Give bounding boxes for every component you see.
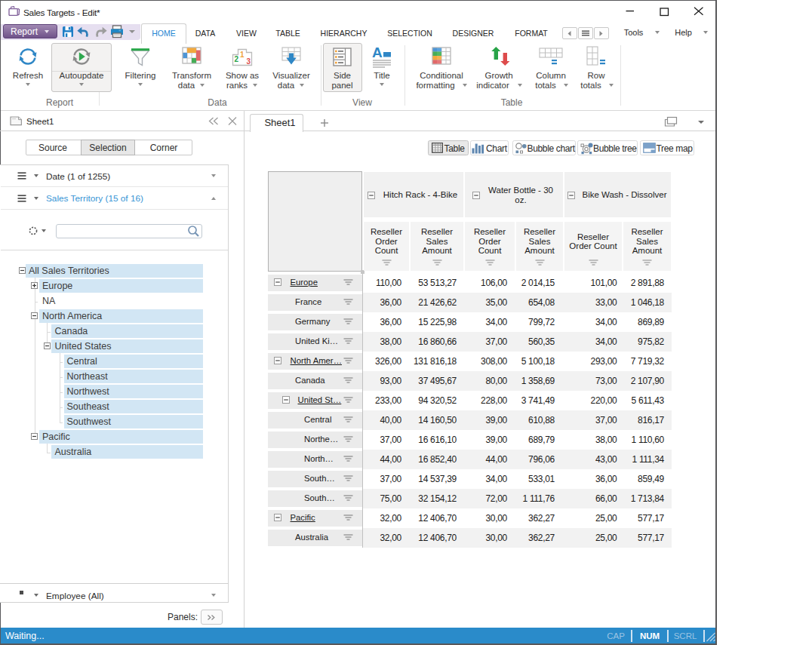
svg-text:A: A [372,45,383,60]
svg-text:3: 3 [247,57,251,66]
svg-text:1: 1 [240,51,245,59]
svg-text:2: 2 [235,55,239,63]
